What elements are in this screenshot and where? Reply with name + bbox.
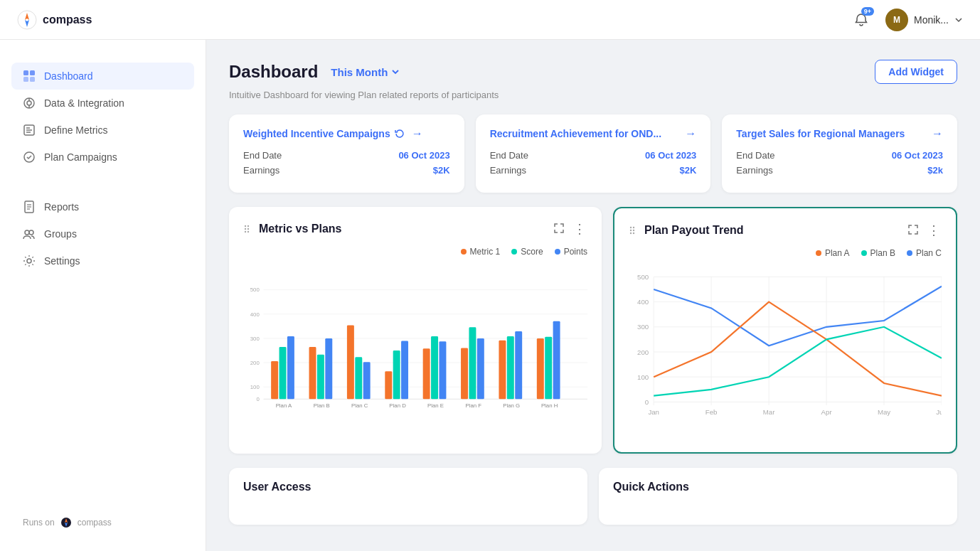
svg-rect-66	[477, 338, 484, 399]
svg-rect-53	[355, 357, 362, 399]
svg-point-22	[27, 259, 31, 263]
nav-right: 9+ M Monik...	[848, 7, 963, 33]
legend-plan-c: Plan C	[907, 248, 942, 258]
legend-dot-metric1	[461, 249, 467, 255]
payout-line-chart: 500 400 300 200 100 0 Jan Feb Mar Apr Ma…	[629, 267, 942, 437]
svg-rect-49	[317, 355, 324, 400]
user-menu-button[interactable]: M Monik...	[885, 9, 963, 31]
avatar: M	[885, 9, 908, 31]
sidebar-label-data-integration: Data & Integration	[44, 97, 124, 109]
legend-label-points: Points	[564, 247, 587, 257]
user-name: Monik...	[914, 14, 949, 26]
metric-expand-button[interactable]	[552, 221, 566, 237]
svg-rect-74	[553, 321, 560, 400]
svg-rect-56	[385, 371, 392, 399]
campaign-card-1: Recruitment Achievement for OND... → End…	[476, 114, 711, 193]
main-content: Dashboard This Month Add Widget Intuitiv…	[206, 40, 980, 551]
svg-point-79	[633, 230, 634, 231]
svg-rect-61	[431, 336, 438, 399]
sidebar-item-settings[interactable]: Settings	[11, 247, 194, 274]
app-name: compass	[43, 14, 92, 26]
metric-vs-plans-card: Metric vs Plans ⋮ Metric 1	[229, 207, 602, 454]
sidebar-item-groups[interactable]: Groups	[11, 220, 194, 247]
svg-point-8	[27, 101, 31, 105]
sidebar-item-plan-campaigns[interactable]: Plan Campaigns	[11, 144, 194, 171]
svg-text:0: 0	[256, 396, 260, 402]
svg-rect-57	[393, 351, 400, 399]
legend-label-score: Score	[521, 247, 543, 257]
end-date-label-1: End Date	[490, 150, 528, 161]
legend-points: Points	[555, 247, 587, 257]
end-date-value-2: 06 Oct 2023	[892, 150, 943, 161]
svg-text:400: 400	[250, 311, 260, 318]
sidebar-item-define-metrics[interactable]: Define Metrics	[11, 117, 194, 144]
svg-text:Plan D: Plan D	[389, 402, 406, 409]
svg-point-76	[630, 227, 632, 228]
legend-label-metric1: Metric 1	[470, 247, 501, 257]
drag-handle-icon-2	[629, 225, 639, 235]
earnings-label-1: Earnings	[490, 165, 526, 176]
dashboard-icon	[23, 70, 36, 82]
campaign-arrow-1[interactable]: →	[685, 127, 696, 140]
svg-text:Plan C: Plan C	[351, 402, 368, 409]
plan-payout-card: Plan Payout Trend ⋮ Plan A	[613, 207, 957, 454]
sidebar-label-dashboard: Dashboard	[44, 70, 93, 82]
svg-text:Plan B: Plan B	[314, 402, 330, 409]
sidebar-item-dashboard[interactable]: Dashboard	[11, 63, 194, 90]
svg-text:May: May	[878, 408, 890, 416]
legend-plan-a: Plan A	[816, 248, 850, 258]
sidebar-label-settings: Settings	[44, 255, 80, 267]
notifications-button[interactable]: 9+	[848, 7, 874, 33]
legend-label-plan-c: Plan C	[916, 248, 942, 258]
sidebar-label-define-metrics: Define Metrics	[44, 124, 107, 136]
svg-rect-44	[271, 361, 278, 399]
svg-rect-69	[507, 336, 514, 399]
svg-point-77	[633, 227, 634, 228]
svg-rect-48	[309, 347, 316, 399]
legend-dot-points	[555, 249, 560, 255]
legend-metric1: Metric 1	[461, 247, 501, 257]
svg-text:500: 500	[250, 287, 260, 293]
sidebar-section-secondary: Reports Groups Settings	[11, 188, 194, 280]
svg-rect-64	[461, 348, 468, 399]
campaign-arrow-0[interactable]: →	[412, 127, 423, 140]
payout-more-button[interactable]: ⋮	[926, 221, 942, 240]
svg-rect-46	[287, 336, 294, 399]
payout-expand-button[interactable]	[906, 223, 920, 239]
sidebar-item-data-integration[interactable]: Data & Integration	[11, 90, 194, 117]
svg-text:500: 500	[637, 273, 649, 281]
expand-icon	[553, 223, 565, 234]
svg-rect-50	[325, 338, 332, 399]
svg-point-28	[245, 228, 246, 230]
svg-point-81	[633, 232, 634, 234]
svg-point-21	[29, 230, 33, 235]
campaigns-row: Weighted Incentive Campaigns → End Date …	[229, 114, 957, 193]
app-logo: compass	[17, 10, 92, 30]
svg-text:400: 400	[637, 298, 649, 306]
reports-icon	[23, 200, 36, 213]
chevron-down-icon	[390, 67, 400, 77]
campaign-arrow-2[interactable]: →	[932, 127, 943, 140]
user-access-title: User Access	[243, 481, 311, 493]
svg-text:200: 200	[637, 348, 649, 356]
period-selector[interactable]: This Month	[326, 65, 405, 80]
earnings-label-0: Earnings	[243, 165, 279, 176]
define-metrics-icon	[23, 124, 36, 137]
sidebar-footer: Runs on compass	[11, 511, 194, 534]
svg-point-27	[247, 225, 249, 227]
dashboard-title-row: Dashboard This Month	[229, 62, 405, 82]
add-widget-button[interactable]: Add Widget	[875, 60, 957, 84]
settings-icon	[23, 255, 36, 267]
earnings-value-1: $2K	[679, 165, 696, 176]
sidebar-item-reports[interactable]: Reports	[11, 193, 194, 220]
sidebar-label-groups: Groups	[44, 228, 77, 240]
sidebar: Dashboard Data & Integration Def	[0, 40, 206, 551]
data-integration-icon	[23, 97, 36, 109]
avatar-initials: M	[893, 15, 900, 25]
quick-actions-card: Quick Actions	[599, 468, 957, 525]
svg-rect-5	[23, 77, 28, 82]
svg-point-29	[247, 228, 249, 230]
metric-more-button[interactable]: ⋮	[572, 220, 587, 238]
svg-text:Jan: Jan	[648, 408, 659, 416]
svg-rect-58	[401, 341, 408, 399]
